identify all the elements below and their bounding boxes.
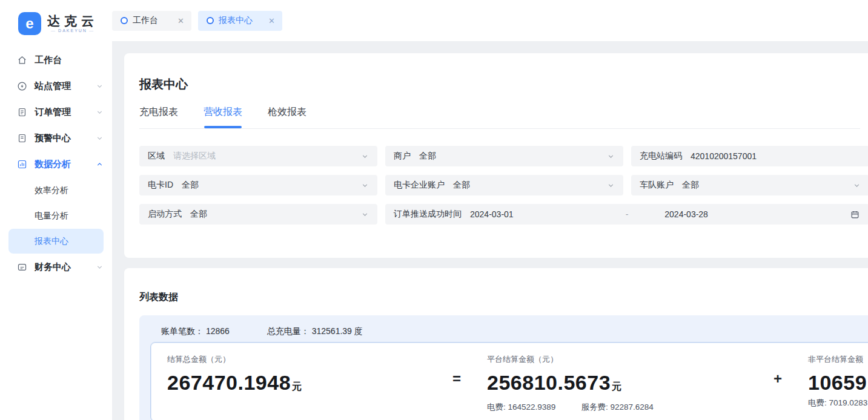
finance-icon [17, 262, 27, 272]
close-icon[interactable]: ✕ [162, 16, 184, 25]
chevron-up-icon [96, 160, 104, 168]
sidebar: e 达克云 DAKEYUN 工作台 站点管理 [0, 0, 112, 420]
sidebar-subitem-energy[interactable]: 电量分析 [8, 203, 104, 228]
card-id-select[interactable]: 电卡ID 全部 [139, 175, 377, 195]
brand-subtitle: DAKEYUN [49, 28, 96, 33]
sidebar-subitem-label: 报表中心 [35, 236, 68, 247]
platform-settlement-block: 平台结算金额（元） 256810.5673元 电费: 164522.9389 服… [472, 343, 763, 420]
report-card: 报表中心 充电报表 营收报表 枪效报表 区域 请选择区域 商户 全部 [124, 53, 868, 258]
sidebar-item-stations[interactable]: 站点管理 [0, 73, 112, 99]
top-tab-workbench[interactable]: 工作台 ✕ [112, 11, 191, 31]
bill-count-stat: 账单笔数： 12866 [161, 326, 230, 337]
report-tabs: 充电报表 营收报表 枪效报表 [139, 106, 860, 129]
calendar-icon [850, 210, 860, 219]
field-label: 车队账户 [640, 180, 674, 191]
order-push-time-range-picker[interactable]: 订单推送成功时间 2024-03-01 - 2024-03-28 [385, 204, 868, 225]
sidebar-subitem-label: 电量分析 [35, 211, 68, 221]
alert-icon [17, 133, 27, 143]
sidebar-item-label: 财务中心 [35, 261, 96, 273]
list-data-title: 列表数据 [139, 291, 868, 304]
metric-label: 非平台结算金额 [808, 354, 868, 365]
sidebar-item-label: 站点管理 [35, 80, 96, 92]
field-value: 全部 [453, 180, 470, 191]
dot-icon [121, 17, 128, 24]
total-settlement-block: 结算总金额（元） 267470.1948元 [151, 343, 442, 420]
chevron-down-icon [361, 182, 369, 189]
tab-charging-report[interactable]: 充电报表 [139, 106, 178, 128]
dot-icon [207, 17, 214, 24]
fee-breakdown: 电费: 7019.0283 [808, 398, 868, 409]
sidebar-item-label: 订单管理 [35, 107, 96, 118]
stat-value: 12866 [206, 326, 230, 336]
metric-label: 结算总金额（元） [167, 354, 442, 365]
metric-value: 267470.1948元 [167, 372, 442, 398]
chevron-down-icon [361, 211, 369, 218]
merchant-select[interactable]: 商户 全部 [385, 146, 623, 166]
stat-label: 总充电量： [267, 326, 310, 336]
chevron-down-icon [96, 108, 104, 116]
chevron-down-icon [853, 182, 861, 189]
chevron-down-icon [96, 134, 104, 142]
field-value: 全部 [419, 151, 436, 162]
field-label: 区域 [148, 151, 165, 162]
field-value: 全部 [182, 180, 199, 191]
equals-operator: = [442, 343, 472, 420]
top-tab-label: 报表中心 [219, 15, 253, 26]
sidebar-subitem-efficiency[interactable]: 效率分析 [8, 178, 104, 203]
summary-panel: 账单笔数： 12866 总充电量： 312561.39 度 结算总金额（元） 2… [139, 315, 868, 420]
brand-name: 达克云 [47, 15, 98, 28]
plus-operator: + [763, 343, 793, 420]
field-label: 启动方式 [148, 209, 182, 220]
card-enterprise-account-select[interactable]: 电卡企业账户 全部 [385, 175, 623, 195]
list-data-card: 列表数据 账单笔数： 12866 总充电量： 312561.39 度 结算总金额… [124, 268, 868, 420]
field-label: 订单推送成功时间 [394, 209, 462, 220]
stats-row: 账单笔数： 12866 总充电量： 312561.39 度 [139, 323, 868, 340]
station-icon [17, 81, 27, 91]
chevron-down-icon [607, 182, 615, 189]
top-tab-label: 工作台 [133, 15, 158, 26]
sidebar-item-label: 数据分析 [35, 159, 96, 170]
field-label: 商户 [394, 151, 411, 162]
metric-unit: 元 [292, 381, 302, 392]
field-label: 电卡企业账户 [394, 180, 445, 191]
electricity-fee: 电费: 164522.9389 [487, 402, 555, 413]
tab-gun-efficiency-report[interactable]: 枪效报表 [268, 106, 306, 128]
metric-unit: 元 [612, 381, 622, 392]
sidebar-item-workbench[interactable]: 工作台 [0, 47, 112, 73]
brand: e 达克云 DAKEYUN [0, 0, 112, 39]
sidebar-subitem-report-center[interactable]: 报表中心 [8, 229, 104, 254]
field-label: 充电站编码 [640, 151, 682, 162]
metric-value: 10659. [808, 372, 868, 393]
fleet-account-select[interactable]: 车队账户 全部 [631, 175, 868, 195]
metric-value: 256810.5673元 [487, 372, 763, 398]
sidebar-item-orders[interactable]: 订单管理 [0, 99, 112, 125]
chart-icon [17, 159, 27, 169]
sidebar-nav: 工作台 站点管理 订单管理 [0, 39, 112, 280]
field-label: 电卡ID [148, 180, 173, 191]
order-icon [17, 107, 27, 117]
top-tab-bar: 工作台 ✕ 报表中心 ✕ [112, 0, 868, 41]
total-energy-stat: 总充电量： 312561.39 度 [267, 326, 363, 337]
app-window: e 达克云 DAKEYUN 工作台 站点管理 [0, 0, 868, 420]
stat-value: 312561.39 度 [312, 326, 363, 336]
sidebar-item-label: 预警中心 [35, 133, 96, 144]
field-placeholder: 请选择区域 [173, 151, 216, 162]
sidebar-item-data-analysis[interactable]: 数据分析 [0, 151, 112, 177]
station-code-input[interactable]: 充电站编码 42010200157001 [631, 146, 868, 166]
electricity-fee: 电费: 7019.0283 [808, 398, 867, 409]
sidebar-item-alerts[interactable]: 预警中心 [0, 125, 112, 151]
date-start-value: 2024-03-01 [470, 209, 514, 219]
home-icon [17, 55, 27, 65]
filter-bar: 区域 请选择区域 商户 全部 充电站编码 42010200157001 电卡ID… [139, 146, 868, 225]
service-fee: 服务费: 92287.6284 [581, 402, 653, 413]
non-platform-settlement-block: 非平台结算金额 10659. 电费: 7019.0283 [793, 343, 868, 420]
tab-revenue-report[interactable]: 营收报表 [204, 106, 242, 128]
region-select[interactable]: 区域 请选择区域 [139, 146, 377, 166]
start-mode-select[interactable]: 启动方式 全部 [139, 204, 377, 225]
sidebar-item-finance[interactable]: 财务中心 [0, 254, 112, 280]
sidebar-item-label: 工作台 [35, 54, 104, 66]
top-tab-report-center[interactable]: 报表中心 ✕ [198, 11, 282, 31]
main-content: 报表中心 充电报表 营收报表 枪效报表 区域 请选择区域 商户 全部 [112, 41, 868, 420]
close-icon[interactable]: ✕ [253, 16, 275, 25]
chevron-down-icon [607, 153, 615, 160]
